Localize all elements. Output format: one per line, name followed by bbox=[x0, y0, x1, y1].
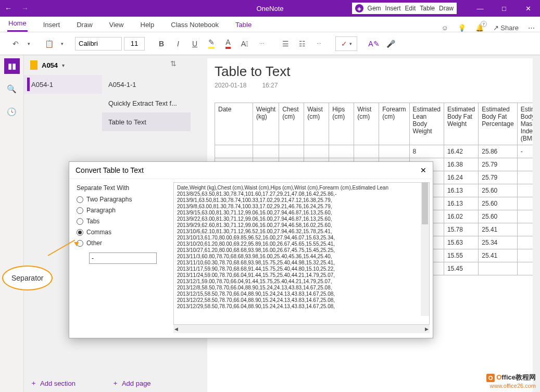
font-color-button[interactable]: A bbox=[221, 36, 235, 51]
vertical-scrollbar[interactable] bbox=[533, 55, 540, 392]
tab-table[interactable]: Table bbox=[234, 18, 253, 32]
gem-item[interactable]: Insert bbox=[385, 5, 401, 12]
preview-box: Date,Weight (kg),Chest (cm),Waist (cm),H… bbox=[173, 182, 430, 325]
close-button[interactable]: ✕ bbox=[516, 0, 540, 17]
preview-vscroll[interactable] bbox=[421, 183, 429, 316]
section-item[interactable]: A054-1 bbox=[24, 75, 102, 94]
dropdown-icon[interactable]: ▾ bbox=[25, 36, 32, 51]
left-rail: ▮▮ 🔍 🕓 bbox=[0, 55, 24, 392]
section-color-bar bbox=[27, 78, 30, 91]
scroll-left-icon[interactable]: ◀ bbox=[174, 326, 178, 332]
add-bar: ＋ Add section ＋ Add page bbox=[30, 378, 151, 388]
radio-commas[interactable]: Commas bbox=[77, 229, 166, 236]
page-list: A054-1-1 Quickly Extract Text f... Table… bbox=[102, 75, 191, 131]
number-list-button[interactable]: ☷ bbox=[295, 36, 309, 51]
dialog-close-button[interactable]: ✕ bbox=[420, 166, 426, 174]
dropdown-icon[interactable]: ▾ bbox=[58, 36, 66, 51]
radio-two-paragraphs[interactable]: Two Paragraphs bbox=[77, 196, 166, 203]
maximize-button[interactable]: □ bbox=[492, 0, 516, 17]
tab-home[interactable]: Home bbox=[7, 16, 28, 32]
tab-class-notebook[interactable]: Class Notebook bbox=[170, 18, 220, 32]
feedback-icon[interactable]: ☺ bbox=[441, 24, 448, 32]
radio-tabs[interactable]: Tabs bbox=[77, 218, 166, 225]
title-bar: ← → OneNote ◈ Gem Insert Edit Table Draw… bbox=[0, 0, 540, 17]
gem-item[interactable]: Edit bbox=[405, 5, 416, 12]
callout-text: Separator bbox=[2, 265, 53, 290]
dialog-title: Convert Table to Text bbox=[76, 166, 144, 174]
ribbon-toolbar: ↶ ▾ 📋 ▾ Calibri 11 B I U ✎ A A⃠ ⋯ ☰ ☷ ⋯ … bbox=[0, 32, 540, 55]
styles-button[interactable]: A✎ bbox=[367, 36, 381, 51]
page-title[interactable]: Table to Text bbox=[215, 64, 530, 80]
gem-item[interactable]: Gem bbox=[368, 5, 381, 12]
app-title: OneNote bbox=[256, 5, 283, 12]
more-button[interactable]: ⋯ bbox=[528, 24, 535, 32]
more-para-button[interactable]: ⋯ bbox=[311, 36, 326, 51]
bold-button[interactable]: B bbox=[154, 36, 169, 51]
clipboard-button[interactable]: 📋 bbox=[42, 36, 56, 51]
notification-button[interactable]: 🔔7 bbox=[475, 24, 484, 32]
sort-button[interactable]: ⇅ bbox=[170, 59, 177, 68]
section-label: A054-1 bbox=[31, 81, 53, 88]
section-list: A054-1 bbox=[24, 75, 102, 94]
gem-item[interactable]: Draw bbox=[439, 5, 454, 12]
option-group-label: Separate Text With bbox=[77, 184, 166, 192]
scroll-right-icon[interactable]: ▶ bbox=[425, 326, 429, 332]
gem-item[interactable]: Table bbox=[420, 5, 435, 12]
clear-format-button[interactable]: A⃠ bbox=[237, 36, 252, 51]
add-page-button[interactable]: ＋ Add page bbox=[112, 378, 151, 388]
preview-hscroll[interactable]: ◀ ▶ bbox=[173, 325, 430, 333]
underline-button[interactable]: U bbox=[187, 36, 202, 51]
dictate-button[interactable]: 🎤 bbox=[383, 36, 398, 51]
gem-icon: ◈ bbox=[355, 4, 363, 12]
convert-table-dialog: Convert Table to Text ✕ Separate Text Wi… bbox=[69, 161, 433, 338]
radio-paragraph[interactable]: Paragraph bbox=[77, 207, 166, 214]
bullet-list-button[interactable]: ☰ bbox=[278, 36, 293, 51]
notebook-title: A054 bbox=[42, 61, 58, 69]
tab-insert[interactable]: Insert bbox=[42, 18, 61, 32]
undo-button[interactable]: ↶ bbox=[8, 36, 23, 51]
back-button[interactable]: ← bbox=[0, 0, 17, 17]
navigation-button[interactable]: ▮▮ bbox=[4, 58, 20, 74]
more-font-button[interactable]: ⋯ bbox=[254, 36, 269, 51]
italic-button[interactable]: I bbox=[171, 36, 185, 51]
page-date: 2020-01-18 bbox=[215, 82, 246, 89]
ribbon-tabs: Home Insert Draw View Help Class Noteboo… bbox=[0, 17, 540, 32]
watermark: OOOffice教程网ffice教程网 www.office26.com bbox=[486, 373, 536, 390]
tab-view[interactable]: View bbox=[108, 18, 125, 32]
font-selector[interactable]: Calibri bbox=[75, 37, 122, 50]
todo-tag-button[interactable]: ✓▾ bbox=[335, 36, 357, 51]
page-time: 16:27 bbox=[262, 82, 278, 89]
office-icon: O bbox=[486, 374, 495, 382]
highlight-button[interactable]: ✎ bbox=[204, 36, 219, 51]
lightbulb-icon[interactable]: 💡 bbox=[458, 24, 466, 32]
page-meta: 2020-01-18 16:27 bbox=[215, 82, 530, 89]
search-button[interactable]: 🔍 bbox=[4, 81, 20, 97]
page-item[interactable]: A054-1-1 bbox=[102, 75, 191, 94]
notebook-selector[interactable]: A054 ▾ bbox=[24, 55, 191, 75]
chevron-down-icon: ▾ bbox=[62, 62, 65, 68]
notebook-icon bbox=[30, 60, 37, 70]
callout-annotation: Separator bbox=[2, 265, 53, 290]
minimize-button[interactable]: — bbox=[468, 0, 492, 17]
gem-toolbar: ◈ Gem Insert Edit Table Draw bbox=[352, 3, 457, 14]
tab-help[interactable]: Help bbox=[140, 18, 156, 32]
tab-draw[interactable]: Draw bbox=[76, 18, 93, 32]
radio-other[interactable]: Other bbox=[77, 239, 166, 247]
forward-button[interactable]: → bbox=[17, 0, 33, 17]
other-separator-input[interactable] bbox=[89, 252, 157, 264]
page-item[interactable]: Table to Text bbox=[102, 112, 191, 131]
font-size-selector[interactable]: 11 bbox=[124, 37, 145, 50]
recent-button[interactable]: 🕓 bbox=[4, 104, 20, 120]
share-button[interactable]: ↗ Share bbox=[493, 24, 519, 32]
add-section-button[interactable]: ＋ Add section bbox=[30, 378, 76, 388]
page-item[interactable]: Quickly Extract Text f... bbox=[102, 94, 191, 112]
